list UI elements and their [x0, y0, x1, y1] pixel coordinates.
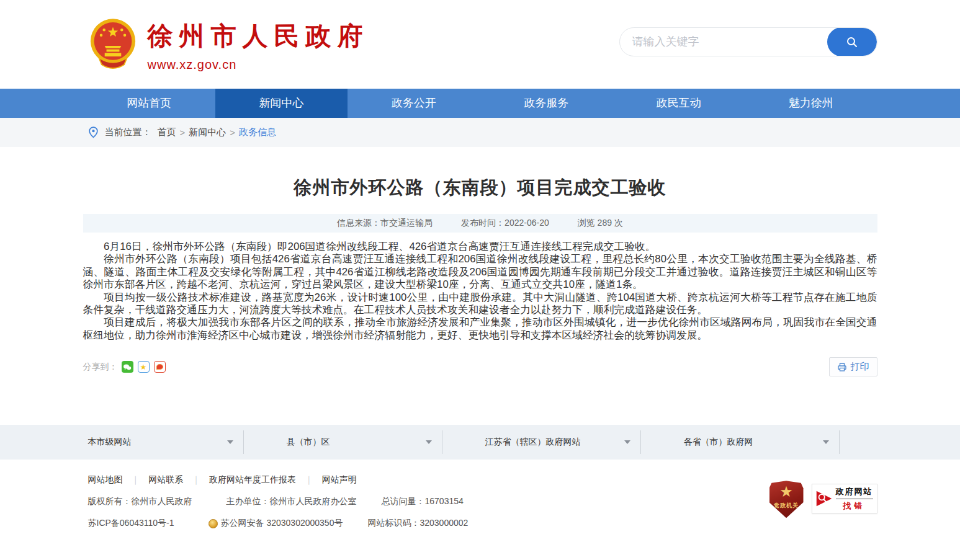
- dropdown-county-sites[interactable]: 县（市）区: [282, 425, 480, 460]
- site-title: 徐州市人民政府: [148, 24, 369, 49]
- nav-item-news-center[interactable]: 新闻中心: [215, 89, 348, 118]
- article-paragraph: 徐州市外环公路（东南段）项目包括426省道京台高速贾汪互通连接线工程和206国道…: [83, 253, 877, 291]
- breadcrumb-gov-info[interactable]: 政务信息: [239, 127, 276, 138]
- chevron-down-icon: [227, 440, 233, 444]
- footer-total-visits: 总访问量：16703154: [382, 496, 464, 507]
- site-header: 徐州市人民政府 www.xz.gov.cn: [0, 0, 960, 89]
- article-paragraph: 项目均按一级公路技术标准建设，路基宽度为26米，设计时速100公里，由中建股份承…: [83, 291, 877, 317]
- search-icon: [846, 36, 858, 48]
- chevron-down-icon: [426, 440, 432, 444]
- article-paragraph: 项目建成后，将极大加强我市东部各片区之间的联系，推动全市旅游经济发展和产业集聚，…: [83, 316, 877, 342]
- article-publish-time: 发布时间：2022-06-20: [461, 218, 549, 229]
- footer-site-code: 网站标识码：3203000002: [367, 518, 468, 529]
- article-title: 徐州市外环公路（东南段）项目完成交工验收: [83, 147, 877, 200]
- breadcrumb-separator: >: [230, 127, 235, 138]
- nav-item-gov-disclosure[interactable]: 政务公开: [348, 89, 480, 118]
- printer-icon: [837, 362, 847, 372]
- search-input[interactable]: [620, 28, 827, 56]
- police-badge-icon: [209, 519, 218, 528]
- find-error-magnifier-icon: [816, 487, 832, 510]
- chevron-down-icon: [823, 440, 829, 444]
- nav-item-charm-xuzhou[interactable]: 魅力徐州: [745, 89, 877, 118]
- party-gov-badge-label: 党政机关: [774, 502, 799, 510]
- national-emblem-icon: [89, 16, 137, 73]
- print-button-label: 打印: [851, 361, 869, 373]
- main-nav: 网站首页 新闻中心 政务公开 政务服务 政民互动 魅力徐州: [0, 89, 960, 118]
- footer-icp-number[interactable]: 苏ICP备06043110号-1: [88, 518, 174, 529]
- breadcrumb-separator: >: [180, 127, 186, 138]
- share-weibo-icon[interactable]: [154, 361, 166, 373]
- site-logo[interactable]: 徐州市人民政府 www.xz.gov.cn: [89, 16, 369, 73]
- print-button[interactable]: 打印: [829, 357, 877, 376]
- footer-link-statement[interactable]: 网站声明: [322, 474, 357, 486]
- chevron-down-icon: [624, 440, 630, 444]
- dropdown-city-sites[interactable]: 本市级网站: [83, 425, 282, 460]
- nav-item-interaction[interactable]: 政民互动: [612, 89, 745, 118]
- breadcrumb-news-center[interactable]: 新闻中心: [189, 127, 226, 138]
- dropdown-label: 各省（市）政府网: [684, 437, 753, 448]
- share-wechat-icon[interactable]: [122, 361, 133, 373]
- footer-police-record[interactable]: 苏公网安备 32030302000350号: [209, 518, 343, 529]
- dropdown-jiangsu-gov-sites[interactable]: 江苏省（辖区）政府网站: [480, 425, 679, 460]
- dropdown-label: 江苏省（辖区）政府网站: [485, 437, 581, 448]
- star-icon: ★: [779, 484, 793, 499]
- breadcrumb-home[interactable]: 首页: [158, 127, 176, 138]
- site-url: www.xz.gov.cn: [148, 58, 369, 72]
- footer-organizer: 主办单位：徐州市人民政府办公室: [227, 496, 357, 507]
- search-button[interactable]: [827, 27, 877, 56]
- share-qzone-icon[interactable]: ★: [138, 361, 150, 373]
- article-meta-bar: 信息来源：市交通运输局 发布时间：2022-06-20 浏览 289 次: [83, 214, 877, 233]
- dropdown-province-gov-sites[interactable]: 各省（市）政府网: [679, 425, 877, 460]
- share-bar: 分享到： ★: [83, 361, 170, 373]
- footer-link-sitemap[interactable]: 网站地图: [88, 474, 123, 486]
- party-gov-badge[interactable]: ★ 党政机关: [769, 481, 804, 518]
- footer-copyright: 版权所有：徐州市人民政府: [88, 496, 192, 507]
- nav-item-gov-services[interactable]: 政务服务: [480, 89, 612, 118]
- breadcrumb-strip: 当前位置： 首页 > 新闻中心 > 政务信息: [0, 118, 960, 147]
- article-section: 徐州市外环公路（东南段）项目完成交工验收 信息来源：市交通运输局 发布时间：20…: [0, 147, 960, 400]
- dropdown-label: 县（市）区: [287, 437, 330, 448]
- article-view-count: 浏览 289 次: [578, 218, 623, 229]
- nav-item-home[interactable]: 网站首页: [83, 89, 215, 118]
- location-pin-icon: [88, 127, 99, 138]
- find-error-line1: 政府网站: [836, 486, 873, 499]
- share-label: 分享到：: [83, 362, 118, 373]
- dropdown-label: 本市级网站: [88, 437, 132, 448]
- article-source: 信息来源：市交通运输局: [337, 218, 433, 229]
- footer-link-contact[interactable]: 网站联系: [148, 474, 183, 486]
- article-paragraph: 6月16日，徐州市外环公路（东南段）即206国道徐州改线段工程、426省道京台高…: [83, 241, 877, 253]
- find-error-line2: 找错: [843, 500, 866, 512]
- breadcrumb-label: 当前位置：: [105, 127, 151, 138]
- footer-link-annual-report[interactable]: 政府网站年度工作报表: [209, 474, 296, 486]
- site-footer: 网站地图 ｜ 网站联系 ｜ 政府网站年度工作报表 ｜ 网站声明 版权所有：徐州市…: [0, 460, 960, 548]
- friendly-sites-strip: 本市级网站 县（市）区 江苏省（辖区）政府网站 各省（市）政府网: [0, 425, 960, 460]
- search-box: [619, 27, 877, 56]
- article-body: 6月16日，徐州市外环公路（东南段）即206国道徐州改线段工程、426省道京台高…: [83, 241, 877, 342]
- find-error-badge[interactable]: 政府网站 找错: [812, 484, 877, 513]
